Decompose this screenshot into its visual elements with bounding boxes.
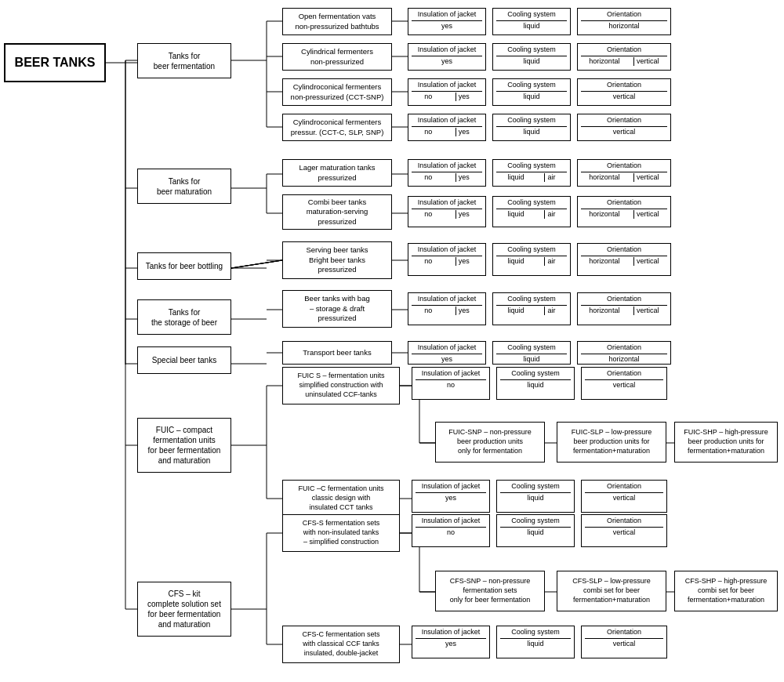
- attr-r6-cooling: Cooling system liquid air: [492, 196, 571, 227]
- attr-r9-jacket: Insulation of jacket yes: [408, 341, 486, 365]
- serving-beer: Serving beer tanksBright beer tankspress…: [282, 241, 392, 279]
- attr-r9-orientation: Orientation horizontal: [577, 341, 671, 365]
- attr-r5-jacket: Insulation of jacket no yes: [408, 159, 486, 187]
- attr-r7-jacket: Insulation of jacket no yes: [408, 243, 486, 276]
- attr-r7-orientation: Orientation horizontal vertical: [577, 243, 671, 276]
- attr-r2-jacket: Insulation of jacket yes: [408, 43, 486, 71]
- attr-r12-cooling: Cooling system liquid: [496, 514, 575, 547]
- svg-line-23: [231, 260, 282, 268]
- fuic-node: FUIC – compactfermentation unitsfor beer…: [137, 418, 231, 473]
- attr-r1-jacket: Insulation of jacket yes: [408, 8, 486, 35]
- attr-r13-orientation: Orientation vertical: [581, 626, 667, 658]
- fuic-shp: FUIC-SHP – high-pressurebeer production …: [674, 422, 778, 463]
- attr-r2-orientation: Orientation horizontal vertical: [577, 43, 671, 71]
- attr-r4-orientation: Orientation vertical: [577, 114, 671, 141]
- attr-r12-jacket: Insulation of jacket no: [412, 514, 490, 547]
- transport-tanks: Transport beer tanks: [282, 341, 392, 365]
- tanks-storage: Tanks forthe storage of beer: [137, 299, 231, 335]
- open-fermentation: Open fermentation vatsnon-pressurized ba…: [282, 8, 392, 35]
- attr-r10-jacket: Insulation of jacket no: [412, 367, 490, 400]
- attr-r7-cooling: Cooling system liquid air: [492, 243, 571, 276]
- fuic-snp: FUIC-SNP – non-pressurebeer production u…: [435, 422, 545, 463]
- beer-tanks-title: BEER TANKS: [4, 43, 106, 82]
- fuic-c: FUIC –C fermentation unitsclassic design…: [282, 480, 400, 517]
- attr-r8-cooling: Cooling system liquid air: [492, 292, 571, 325]
- tanks-fermentation: Tanks forbeer fermentation: [137, 43, 231, 78]
- attr-r13-jacket: Insulation of jacket yes: [412, 626, 490, 658]
- tanks-bottling: Tanks for beer bottling: [137, 252, 231, 280]
- attr-r5-orientation: Orientation horizontal vertical: [577, 159, 671, 187]
- attr-r11-cooling: Cooling system liquid: [496, 480, 575, 513]
- tanks-maturation: Tanks forbeer maturation: [137, 169, 231, 204]
- attr-r1-orientation: Orientation horizontal: [577, 8, 671, 35]
- attr-r10-orientation: Orientation vertical: [581, 367, 667, 400]
- svg-line-22: [231, 260, 282, 268]
- cfs-snp: CFS-SNP – non-pressurefermentation setso…: [435, 571, 545, 611]
- cylindroconical-snp: Cylindroconical fermentersnon-pressurize…: [282, 78, 392, 106]
- attr-r10-cooling: Cooling system liquid: [496, 367, 575, 400]
- fuic-s: FUIC S – fermentation unitssimplified co…: [282, 367, 400, 404]
- diagram: BEER TANKS Tanks forbeer fermentation Ta…: [0, 0, 784, 682]
- attr-r8-orientation: Orientation horizontal vertical: [577, 292, 671, 325]
- attr-r6-jacket: Insulation of jacket no yes: [408, 196, 486, 227]
- attr-r6-orientation: Orientation horizontal vertical: [577, 196, 671, 227]
- attr-r11-jacket: Insulation of jacket yes: [412, 480, 490, 513]
- cfs-node: CFS – kitcomplete solution setfor beer f…: [137, 582, 231, 637]
- svg-line-21: [231, 260, 282, 268]
- attr-r11-orientation: Orientation vertical: [581, 480, 667, 513]
- cylindrical-fermenters: Cylindrical fermentersnon-pressurized: [282, 43, 392, 71]
- attr-r9-cooling: Cooling system liquid: [492, 341, 571, 365]
- special-tanks: Special beer tanks: [137, 346, 231, 374]
- attr-r4-cooling: Cooling system liquid: [492, 114, 571, 141]
- combi-beer: Combi beer tanksmaturation-servingpressu…: [282, 194, 392, 230]
- attr-r4-jacket: Insulation of jacket no yes: [408, 114, 486, 141]
- cylindroconical-press: Cylindroconical fermenterspressur. (CCT-…: [282, 114, 392, 141]
- svg-line-20: [231, 260, 282, 268]
- beer-bag: Beer tanks with bag– storage & draftpres…: [282, 290, 392, 328]
- cfs-slp: CFS-SLP – low-pressurecombi set for beer…: [557, 571, 666, 611]
- fuic-slp: FUIC-SLP – low-pressurebeer production u…: [557, 422, 666, 463]
- attr-r1-cooling: Cooling system liquid: [492, 8, 571, 35]
- attr-r3-cooling: Cooling system liquid: [492, 78, 571, 106]
- attr-r8-jacket: Insulation of jacket no yes: [408, 292, 486, 325]
- cfs-c: CFS-C fermentation setswith classical CC…: [282, 626, 400, 663]
- lager-maturation: Lager maturation tankspressurized: [282, 159, 392, 187]
- attr-r5-cooling: Cooling system liquid air: [492, 159, 571, 187]
- attr-r13-cooling: Cooling system liquid: [496, 626, 575, 658]
- attr-r3-orientation: Orientation vertical: [577, 78, 671, 106]
- cfs-shp: CFS-SHP – high-pressurecombi set for bee…: [674, 571, 778, 611]
- attr-r2-cooling: Cooling system liquid: [492, 43, 571, 71]
- cfs-s: CFS-S fermentation setswith non-insulate…: [282, 514, 400, 552]
- attr-r12-orientation: Orientation vertical: [581, 514, 667, 547]
- attr-r3-jacket: Insulation of jacket no yes: [408, 78, 486, 106]
